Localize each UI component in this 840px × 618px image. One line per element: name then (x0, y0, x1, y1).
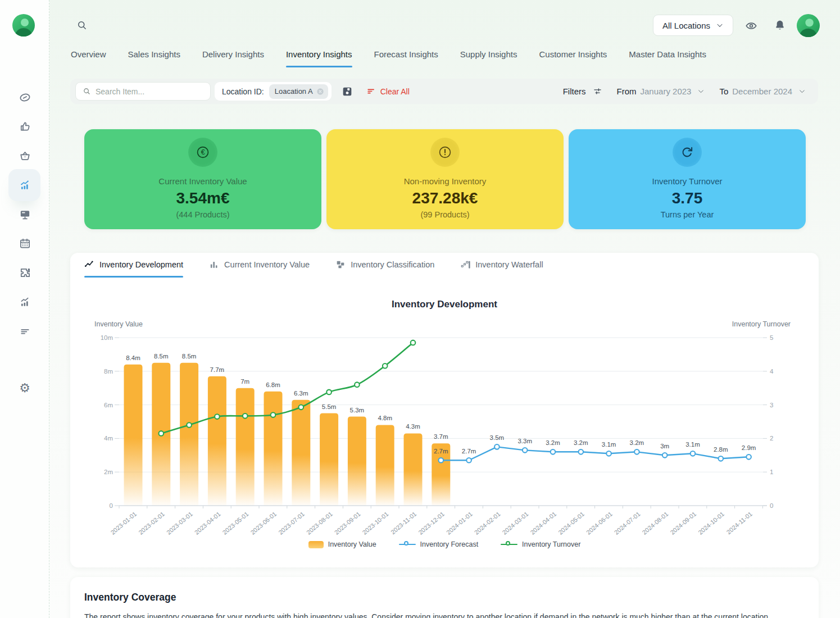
chart-tab-label: Inventory Development (99, 260, 183, 269)
inventory-coverage-panel: Inventory Coverage The report shows inve… (70, 577, 819, 618)
svg-text:4m: 4m (104, 435, 113, 442)
svg-text:3: 3 (770, 402, 773, 408)
location-chip[interactable]: Loacation A (269, 84, 328, 99)
svg-text:8.5m: 8.5m (182, 353, 197, 360)
watch-button[interactable] (745, 20, 757, 32)
search-input[interactable] (96, 87, 203, 96)
svg-text:2024-03-01: 2024-03-01 (501, 510, 530, 535)
chart-tab-label: Current Inventory Value (224, 260, 310, 269)
chart-tab-inventory-development[interactable]: Inventory Development (84, 260, 183, 278)
clear-all-button[interactable]: Clear All (366, 87, 410, 96)
bar-trend-icon (19, 296, 31, 308)
legend-label: Inventory Value (328, 540, 376, 548)
kpi-value: 3.75 (672, 189, 703, 207)
trend-line-icon (84, 260, 94, 270)
svg-text:0: 0 (110, 502, 113, 509)
svg-text:2.8m: 2.8m (714, 446, 728, 453)
svg-text:3.7m: 3.7m (434, 433, 448, 440)
item-search-field[interactable] (75, 82, 211, 101)
calendar-icon (19, 237, 31, 250)
svg-text:5: 5 (770, 334, 773, 341)
list-lines-icon (19, 325, 31, 338)
chart-tabs: Inventory DevelopmentCurrent Inventory V… (84, 260, 543, 278)
save-icon (341, 85, 353, 98)
svg-text:2.7m: 2.7m (434, 448, 448, 455)
notifications-button[interactable] (774, 19, 786, 31)
sidebar-item-insights[interactable] (17, 177, 33, 193)
svg-text:7m: 7m (240, 378, 249, 385)
sidebar-item-orders[interactable] (17, 148, 33, 163)
tab-supply-insights[interactable]: Supply Insights (460, 49, 517, 67)
svg-text:5.3m: 5.3m (350, 407, 365, 413)
sidebar-item-settings[interactable]: ⚙ (17, 380, 33, 396)
sidebar-item-dashboard[interactable] (17, 89, 33, 105)
global-search-button[interactable] (76, 20, 88, 31)
sidebar-item-approvals[interactable] (17, 119, 33, 134)
svg-text:3m: 3m (660, 443, 669, 449)
tab-customer-insights[interactable]: Customer Insights (539, 49, 607, 67)
legend-label: Inventory Turnover (522, 540, 580, 548)
svg-text:6m: 6m (104, 402, 113, 408)
chevron-down-icon (716, 21, 724, 29)
svg-text:3.2m: 3.2m (574, 439, 588, 446)
refresh-icon (673, 138, 702, 167)
chart-tab-inventory-waterfall[interactable]: Inventory Waterfall (460, 260, 543, 278)
chart-tab-inventory-classification[interactable]: Inventory Classification (335, 260, 434, 278)
svg-text:2024-02-01: 2024-02-01 (473, 510, 502, 535)
from-label: From (617, 87, 637, 96)
remove-chip-icon[interactable] (316, 88, 324, 96)
sidebar-avatar[interactable] (12, 14, 35, 37)
legend-item-inventory-value[interactable]: Inventory Value (308, 540, 376, 548)
kpi-card-inventory-turnover[interactable]: Inventory Turnover 3.75 Turns per Year (569, 129, 806, 229)
sidebar-item-reports[interactable] (17, 294, 33, 310)
user-avatar[interactable] (797, 14, 820, 37)
kpi-card-non-moving-inventory[interactable]: Non-moving Inventory 237.28k€ (99 Produc… (326, 129, 564, 229)
sidebar-item-presentations[interactable] (17, 206, 33, 222)
left-axis-title: Inventory Value (94, 320, 143, 328)
tab-delivery-insights[interactable]: Delivery Insights (202, 49, 264, 67)
tab-sales-insights[interactable]: Sales Insights (128, 49, 180, 67)
svg-text:2024-10-01: 2024-10-01 (697, 510, 725, 535)
svg-text:2023-09-01: 2023-09-01 (333, 510, 362, 535)
date-from-select[interactable]: From January 2023 (617, 87, 705, 96)
svg-text:4.3m: 4.3m (406, 423, 420, 430)
kpi-value: 3.54m€ (176, 189, 230, 207)
svg-text:€: € (201, 148, 205, 156)
blocks-icon (335, 260, 346, 270)
save-filter-button[interactable] (341, 85, 353, 98)
legend-item-inventory-forecast[interactable]: Inventory Forecast (399, 540, 479, 548)
gauge-icon (19, 91, 31, 104)
coverage-description: The report shows inventory coverage for … (84, 611, 809, 618)
locations-dropdown[interactable]: All Locations (653, 15, 733, 36)
sidebar-item-calendar[interactable] (17, 235, 33, 251)
svg-text:2023-01-01: 2023-01-01 (109, 510, 138, 535)
sidebar-item-integrations[interactable] (17, 265, 33, 280)
legend-line-swatch (501, 540, 517, 548)
svg-text:8m: 8m (104, 368, 113, 375)
svg-text:2024-04-01: 2024-04-01 (529, 510, 557, 535)
kpi-card-current-inventory-value[interactable]: € Current Inventory Value 3.54m€ (444 Pr… (84, 129, 321, 229)
kpi-title: Inventory Turnover (652, 176, 722, 186)
svg-text:2024-01-01: 2024-01-01 (445, 510, 474, 535)
tab-forecast-insights[interactable]: Forecast Insights (374, 49, 438, 67)
svg-text:8.5m: 8.5m (154, 353, 169, 360)
bars-icon (209, 260, 219, 270)
date-to-select[interactable]: To December 2024 (719, 87, 806, 96)
location-id-label: Location ID: (222, 87, 264, 96)
legend-item-inventory-turnover[interactable]: Inventory Turnover (501, 540, 580, 548)
thumbs-up-icon (19, 120, 31, 133)
tab-master-data-insights[interactable]: Master Data Insights (629, 49, 706, 67)
location-id-filter: Location ID: Loacation A (215, 82, 332, 101)
svg-text:2023-02-01: 2023-02-01 (137, 510, 166, 535)
svg-text:2024-09-01: 2024-09-01 (669, 510, 697, 535)
sidebar-item-logs[interactable] (17, 323, 33, 339)
filters-button[interactable]: Filters (563, 87, 602, 96)
svg-text:0: 0 (770, 502, 773, 509)
chart-panel: Inventory DevelopmentCurrent Inventory V… (70, 253, 819, 567)
tab-inventory-insights[interactable]: Inventory Insights (286, 49, 352, 67)
tab-overview[interactable]: Overview (71, 49, 106, 67)
location-chip-label: Loacation A (275, 87, 313, 96)
svg-text:3.2m: 3.2m (630, 439, 644, 446)
svg-text:2023-07-01: 2023-07-01 (277, 510, 306, 535)
chart-tab-current-inventory-value[interactable]: Current Inventory Value (209, 260, 310, 278)
